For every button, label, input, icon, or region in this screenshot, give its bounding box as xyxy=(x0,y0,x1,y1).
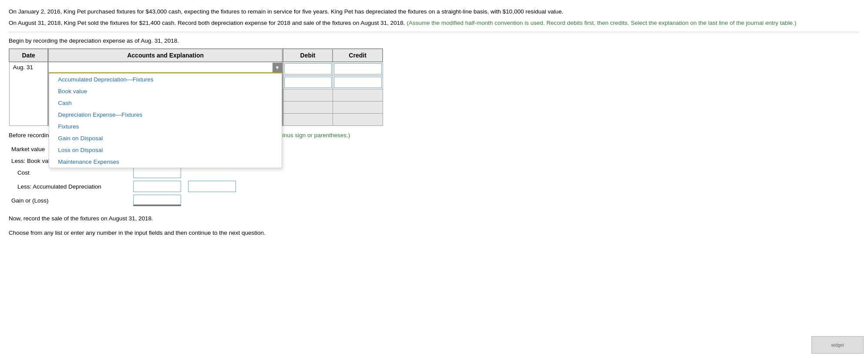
cost-input[interactable] xyxy=(133,167,181,178)
col-header-credit: Credit xyxy=(333,49,383,62)
debit-cell-2 xyxy=(283,76,333,89)
problem-statement: On January 2, 2016, King Pet purchased f… xyxy=(9,7,859,27)
credit-cell-4-gray xyxy=(333,101,383,114)
debit-cell-3-gray xyxy=(283,89,333,101)
dropdown-menu-item[interactable]: Maintenance Expenses xyxy=(49,156,282,168)
dropdown-row: ▼ xyxy=(49,62,282,73)
accum-dep-label: Less: Accumulated Depreciation xyxy=(9,179,131,193)
dropdown-menu-item[interactable]: Fixtures xyxy=(49,121,282,132)
col-header-debit: Debit xyxy=(283,49,333,62)
debit-cell-1 xyxy=(283,62,333,76)
journal-row-1: Aug. 31 ▼ Accumulated Depreciation—Fixtu… xyxy=(9,62,383,76)
dropdown-menu-item[interactable]: Loss on Disposal xyxy=(49,144,282,156)
credit-cell-5-gray xyxy=(333,114,383,126)
credit-cell-2 xyxy=(333,76,383,89)
accounts-cell-1: ▼ Accumulated Depreciation—FixturesBook … xyxy=(48,62,283,76)
begin-instruction: Begin by recording the depreciation expe… xyxy=(9,37,859,44)
dropdown-menu-item[interactable]: Gain on Disposal xyxy=(49,132,282,144)
now-record-text: Now, record the sale of the fixtures on … xyxy=(9,215,859,222)
gain-loss-input-cell xyxy=(131,193,185,207)
dropdown-container: ▼ Accumulated Depreciation—FixturesBook … xyxy=(49,62,282,73)
accum-dep-input1[interactable] xyxy=(133,181,181,192)
dropdown-arrow-button[interactable]: ▼ xyxy=(273,63,282,72)
credit-input-2[interactable] xyxy=(334,77,382,88)
problem-text-line1: On January 2, 2016, King Pet purchased f… xyxy=(9,7,859,17)
credit-cell-1 xyxy=(333,62,383,76)
debit-cell-4-gray xyxy=(283,101,333,114)
credit-input-1[interactable] xyxy=(334,63,382,74)
accum-dep-row: Less: Accumulated Depreciation xyxy=(9,179,239,193)
dropdown-menu-item[interactable]: Depreciation Expense—Fixtures xyxy=(49,109,282,121)
col-header-date: Date xyxy=(9,49,48,62)
gain-loss-label: Gain or (Loss) xyxy=(9,193,131,207)
problem-text-line2: On August 31, 2018, King Pet sold the fi… xyxy=(9,18,859,28)
green-instruction: (Assume the modified half-month conventi… xyxy=(407,20,796,26)
debit-input-1[interactable] xyxy=(284,63,332,74)
choose-from-text: Choose from any list or enter any number… xyxy=(9,230,859,236)
dropdown-menu-item[interactable]: Accumulated Depreciation—Fixtures xyxy=(49,74,282,85)
journal-table: Date Accounts and Explanation Debit Cred… xyxy=(9,48,383,126)
dropdown-menu-item[interactable]: Book value xyxy=(49,85,282,97)
gain-loss-input[interactable] xyxy=(133,195,181,206)
gain-loss-row: Gain or (Loss) xyxy=(9,193,239,207)
date-cell: Aug. 31 xyxy=(9,62,48,126)
accum-dep-input1-cell xyxy=(131,179,185,193)
accum-dep-input2[interactable] xyxy=(188,181,236,192)
account-dropdown-input[interactable] xyxy=(49,62,273,72)
dropdown-menu: Accumulated Depreciation—FixturesBook va… xyxy=(49,73,282,168)
corner-widget: widget xyxy=(811,336,864,354)
credit-cell-3-gray xyxy=(333,89,383,101)
accum-dep-input2-cell xyxy=(185,179,239,193)
divider xyxy=(9,32,859,32)
debit-input-2[interactable] xyxy=(284,77,332,88)
dropdown-menu-item[interactable]: Cash xyxy=(49,97,282,109)
debit-cell-5-gray xyxy=(283,114,333,126)
col-header-accounts: Accounts and Explanation xyxy=(48,49,283,62)
